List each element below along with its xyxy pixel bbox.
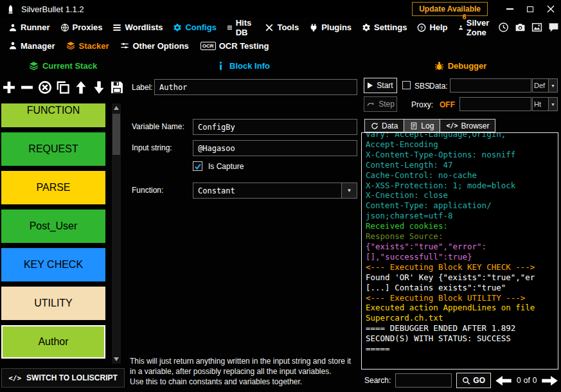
stack-scroll-area: FUNCTIONREQUESTPARSEPost_UserKEY CHECKUT… <box>0 103 126 364</box>
search-input[interactable] <box>395 373 452 388</box>
disable-block-button[interactable] <box>37 78 53 97</box>
proxy-type-value[interactable]: Ht <box>532 97 549 111</box>
log-line: X-Cnection: close <box>366 190 554 200</box>
tab-log[interactable]: Log <box>404 119 440 132</box>
clone-block-button[interactable] <box>55 78 71 97</box>
switch-to-loliscript-button[interactable]: </> SWITCH TO LOLISCRIPT <box>1 368 125 388</box>
remove-block-button[interactable] <box>19 78 35 97</box>
scroll-down-button[interactable] <box>112 355 121 364</box>
stack-block-author[interactable]: Author <box>1 325 105 359</box>
tab-browser[interactable]: </> Browser <box>440 119 495 132</box>
menu-runner[interactable]: Runner <box>3 18 55 37</box>
tab-label: Browser <box>461 121 489 130</box>
image-icon <box>531 22 542 33</box>
is-capture-checkbox[interactable] <box>193 161 202 171</box>
wordlist-type-value[interactable]: Def <box>532 78 549 93</box>
screenshot-button[interactable] <box>515 22 526 33</box>
move-down-button[interactable] <box>91 78 107 97</box>
stack-block-post-user[interactable]: Post_User <box>1 209 105 243</box>
copy-icon <box>56 80 70 94</box>
submenu-other-options[interactable]: Other Options <box>114 37 194 55</box>
search-go-button[interactable]: GO <box>456 373 491 388</box>
menu-label: Runner <box>21 22 50 32</box>
stack-block-key-check[interactable]: KEY CHECK <box>1 248 105 281</box>
menu-settings[interactable]: Settings <box>357 18 412 37</box>
sliders-icon <box>120 41 129 50</box>
current-stack-panel: Current Stack FUNCTIONREQUESTPARSEPost_U… <box>0 55 126 392</box>
scrollbar-thumb[interactable] <box>112 114 120 155</box>
submenu-ocr-testing[interactable]: OCR OCR Testing <box>195 37 275 55</box>
minimize-button[interactable] <box>499 0 520 18</box>
is-capture-label: Is Capture <box>208 162 244 171</box>
proxy-type-dropdown-arrow[interactable]: ▼ <box>548 97 558 111</box>
maximize-button[interactable] <box>520 0 540 18</box>
previous-match-button[interactable] <box>495 375 512 386</box>
chat-button[interactable] <box>548 22 559 33</box>
history-button[interactable] <box>498 22 509 33</box>
sbs-checkbox[interactable] <box>402 81 411 89</box>
stack-block-function[interactable]: FUNCTION <box>1 103 105 127</box>
menu-wordlists[interactable]: Wordlists <box>107 18 168 37</box>
notification-badge: 6 <box>463 13 467 21</box>
next-match-button[interactable] <box>541 375 558 386</box>
stack-list: FUNCTIONREQUESTPARSEPost_UserKEY CHECKUT… <box>0 103 107 364</box>
log-line: Content-Type: application/ <box>366 200 554 211</box>
stack-block-request[interactable]: REQUEST <box>1 132 105 166</box>
log-line: SECOND(S) WITH STATUS: SUCCESS <box>366 334 554 344</box>
move-up-button[interactable] <box>73 78 89 97</box>
close-button[interactable] <box>540 0 561 18</box>
menu-silver-zone[interactable]: 6 Silver Zone <box>453 18 498 37</box>
log-line: ==== DEBUGGER ENDED AFTER 1.892 <box>366 323 554 334</box>
circle-x-icon <box>38 80 52 94</box>
input-string-input[interactable] <box>193 140 357 156</box>
stack-scrollbar[interactable] <box>112 103 121 364</box>
gallery-button[interactable] <box>531 22 542 33</box>
check-icon <box>194 163 202 170</box>
log-line: X-Content-Type-Options: nosniff <box>366 150 554 160</box>
plugins-icon <box>309 23 318 32</box>
menu-tools[interactable]: Tools <box>260 18 304 37</box>
menu-help[interactable]: ? Help <box>412 18 452 37</box>
current-stack-header: Current Stack <box>0 61 126 71</box>
step-button[interactable]: Step <box>364 96 397 112</box>
stack-block-utility[interactable]: UTILITY <box>1 287 105 320</box>
bug-icon <box>434 61 444 71</box>
camera-icon <box>515 22 526 33</box>
variable-name-input[interactable] <box>193 119 357 135</box>
tab-data[interactable]: Data <box>364 119 404 132</box>
arrow-left-icon <box>495 375 512 386</box>
debugger-header: Debugger <box>360 61 561 71</box>
stack-block-parse[interactable]: PARSE <box>1 171 105 204</box>
svg-text:?: ? <box>420 24 423 30</box>
scroll-up-button[interactable] <box>112 103 121 112</box>
label-input[interactable] <box>154 79 357 95</box>
debugger-log-area[interactable]: Vary: Accept-Language,Origin,Accept-Enco… <box>361 132 558 370</box>
function-dropdown[interactable]: Constant ▼ <box>193 183 357 199</box>
menu-configs[interactable]: Configs <box>168 18 221 37</box>
submenu-label: Manager <box>21 41 55 51</box>
app-logo-icon <box>6 4 15 14</box>
menu-label: Help <box>429 22 447 32</box>
data-input[interactable] <box>450 78 531 93</box>
update-available-button[interactable]: Update Available <box>412 2 488 16</box>
add-block-button[interactable] <box>1 78 17 97</box>
menu-proxies[interactable]: Proxies <box>55 18 108 37</box>
menu-label: Plugins <box>321 22 352 32</box>
save-config-button[interactable] <box>109 78 125 97</box>
menu-plugins[interactable]: Plugins <box>304 18 357 37</box>
block-info-header: Block Info <box>126 61 360 71</box>
log-line: Cache-Control: no-cache <box>366 170 554 181</box>
proxy-off-toggle[interactable]: OFF <box>440 100 455 109</box>
proxy-input[interactable] <box>459 97 531 111</box>
menu-hits-db[interactable]: Hits DB <box>222 18 260 37</box>
block-info-title: Block Info <box>229 61 270 71</box>
menu-label: Hits DB <box>236 18 255 37</box>
submenu-stacker[interactable]: Stacker <box>60 37 114 55</box>
block-description: This will just return anything written i… <box>130 357 359 387</box>
titlebar: SilverBullet 1.1.2 Update Available <box>0 0 561 18</box>
function-label: Function: <box>132 186 163 195</box>
submenu-manager[interactable]: Manager <box>3 37 60 55</box>
triangle-up-icon <box>114 106 119 110</box>
wordlist-type-dropdown-arrow[interactable]: ▼ <box>548 78 558 93</box>
start-button[interactable]: Start <box>364 78 397 93</box>
